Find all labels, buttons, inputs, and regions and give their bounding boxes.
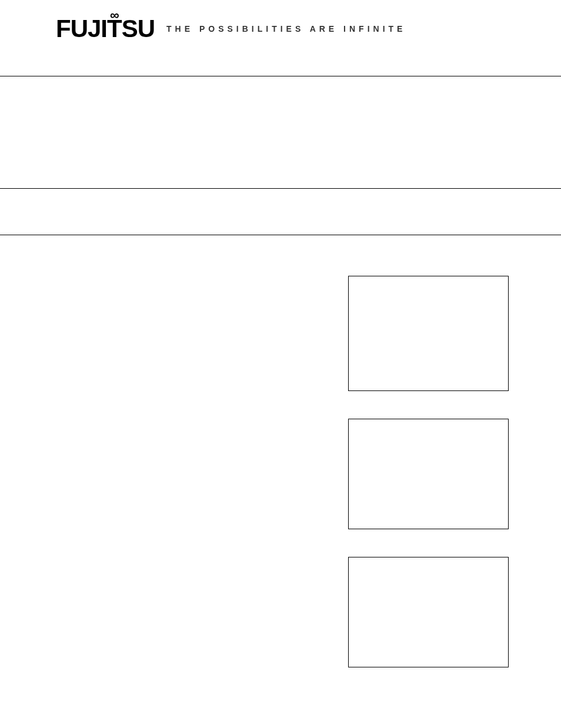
divider-line [0,235,561,235]
header: ∞ FUJITSU THE POSSIBILITIES ARE INFINITE [0,0,561,61]
image-placeholder-box [348,276,509,391]
infinity-icon: ∞ [110,8,119,23]
image-placeholder-box [348,557,509,667]
divider-line [0,188,561,189]
logo: ∞ FUJITSU [56,15,155,43]
tagline: THE POSSIBILITIES ARE INFINITE [166,24,406,34]
logo-text: ∞ FUJITSU [56,15,155,43]
divider-line [0,76,561,76]
image-placeholder-box [348,419,509,529]
